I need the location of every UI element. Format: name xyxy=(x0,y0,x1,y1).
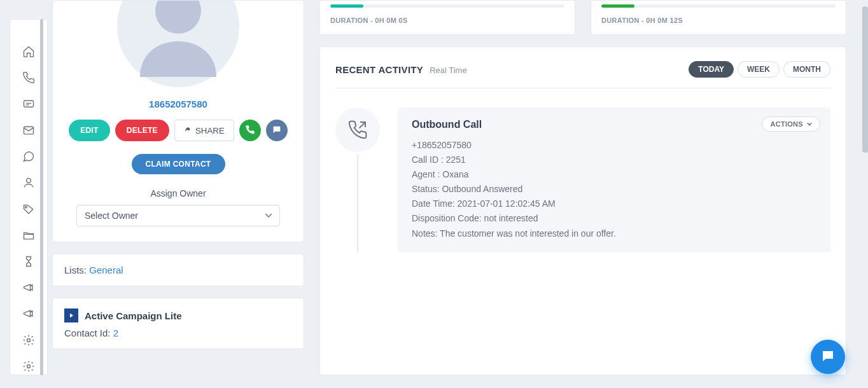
stat-card-1: DURATION - 0H 0M 0S xyxy=(319,0,575,35)
chevron-down-icon xyxy=(807,120,812,128)
svg-point-3 xyxy=(25,206,27,208)
share-button[interactable]: SHARE xyxy=(174,120,234,141)
sidebar-admin[interactable] xyxy=(17,360,40,375)
sidebar-contacts[interactable] xyxy=(17,176,40,191)
sidebar-scrollbar[interactable] xyxy=(40,19,43,375)
phone-icon xyxy=(245,125,255,137)
megaphone-icon xyxy=(22,281,35,296)
entry-call-id: Call ID : 2251 xyxy=(412,153,816,167)
folder-icon xyxy=(22,229,35,244)
sidebar-settings[interactable] xyxy=(17,334,40,349)
sidebar-tags[interactable] xyxy=(17,202,40,217)
select-owner-dropdown[interactable]: Select Owner xyxy=(76,205,280,226)
campaign-title: Active Campaign Lite xyxy=(85,310,182,321)
message-button[interactable] xyxy=(266,120,288,141)
home-icon xyxy=(22,45,35,60)
avatar xyxy=(64,1,292,90)
sidebar-home[interactable] xyxy=(17,45,40,60)
claim-contact-button[interactable]: CLAIM CONTACT xyxy=(132,154,225,174)
profile-card: 18652057580 EDIT DELETE SHARE CLAIM C xyxy=(52,0,304,242)
campaign-badge-icon xyxy=(64,308,78,322)
entry-notes: Notes: The customer was not interested i… xyxy=(412,226,816,241)
svg-rect-0 xyxy=(24,100,34,107)
activity-range-tabs: TODAY WEEK MONTH xyxy=(689,61,830,78)
tab-month[interactable]: MONTH xyxy=(783,61,830,78)
megaphone-icon xyxy=(22,307,35,322)
entry-title: Outbound Call xyxy=(412,119,816,130)
tab-week[interactable]: WEEK xyxy=(738,61,780,78)
chat-icon xyxy=(22,150,35,165)
stat-duration: DURATION - 0H 0M 0S xyxy=(330,17,564,24)
lists-label: Lists: xyxy=(64,265,89,275)
stat-bar-fill xyxy=(330,4,363,8)
svg-point-4 xyxy=(27,338,31,342)
sidebar-sms[interactable] xyxy=(17,97,40,112)
entry-datetime: Date Time: 2021-07-01 12:02:45 AM xyxy=(412,197,816,211)
edit-button[interactable]: EDIT xyxy=(69,120,110,141)
activity-subtitle: Real Time xyxy=(430,66,467,75)
message-icon xyxy=(22,98,35,113)
sidebar-files[interactable] xyxy=(17,229,40,244)
entry-status: Status: Outbound Answered xyxy=(412,182,816,197)
timeline-body: ACTIONS Outbound Call +18652057580 Call … xyxy=(398,107,830,253)
actions-label: ACTIONS xyxy=(770,120,803,128)
svg-point-5 xyxy=(27,364,31,368)
message-icon xyxy=(272,125,282,137)
sidebar-history[interactable] xyxy=(17,255,40,270)
sidebar-calls[interactable] xyxy=(17,71,40,86)
sidebar-campaigns[interactable] xyxy=(17,281,40,296)
user-icon xyxy=(22,176,35,191)
chat-fab[interactable] xyxy=(811,340,845,374)
assign-owner-label: Assign Owner xyxy=(64,188,292,198)
recent-activity-card: RECENT ACTIVITY Real Time TODAY WEEK MON… xyxy=(319,46,846,375)
contact-id-value[interactable]: 2 xyxy=(113,328,118,338)
sidebar-broadcast[interactable] xyxy=(17,307,40,322)
stats-row: DURATION - 0H 0M 0S DURATION - 0H 0M 12S xyxy=(319,0,846,35)
svg-point-2 xyxy=(27,179,31,183)
entry-disposition: Disposition Code: not interested xyxy=(412,211,816,226)
gear-icon xyxy=(22,334,35,349)
campaign-card: Active Campaign Lite Contact Id: 2 xyxy=(52,298,304,349)
activity-title: RECENT ACTIVITY xyxy=(335,64,423,75)
mail-icon xyxy=(22,124,35,139)
share-label: SHARE xyxy=(195,126,225,135)
entry-phone: +18652057580 xyxy=(412,138,816,153)
sidebar-chat[interactable] xyxy=(17,150,40,165)
chat-icon xyxy=(820,349,836,366)
page-scrollbar[interactable] xyxy=(862,6,868,153)
contact-id-label: Contact Id: xyxy=(64,328,113,338)
lists-card: Lists: General xyxy=(52,254,304,286)
stat-card-2: DURATION - 0H 0M 12S xyxy=(591,0,846,35)
stat-duration: DURATION - 0H 0M 12S xyxy=(601,17,836,24)
profile-phone[interactable]: 18652057580 xyxy=(64,99,292,109)
entry-agent: Agent : Oxana xyxy=(412,167,816,182)
call-button[interactable] xyxy=(239,120,261,141)
tag-icon xyxy=(22,203,35,218)
hourglass-icon xyxy=(22,255,35,270)
share-icon xyxy=(184,126,192,135)
gear-icon xyxy=(22,360,35,375)
stat-bar-fill xyxy=(601,4,634,8)
outbound-call-icon xyxy=(335,107,380,152)
delete-button[interactable]: DELETE xyxy=(115,120,169,141)
phone-icon xyxy=(22,71,35,86)
timeline-entry: ACTIONS Outbound Call +18652057580 Call … xyxy=(335,107,830,253)
sidebar-email[interactable] xyxy=(17,124,40,139)
lists-link[interactable]: General xyxy=(89,265,123,275)
actions-dropdown[interactable]: ACTIONS xyxy=(762,116,820,132)
tab-today[interactable]: TODAY xyxy=(689,61,734,78)
timeline-connector xyxy=(357,155,358,253)
